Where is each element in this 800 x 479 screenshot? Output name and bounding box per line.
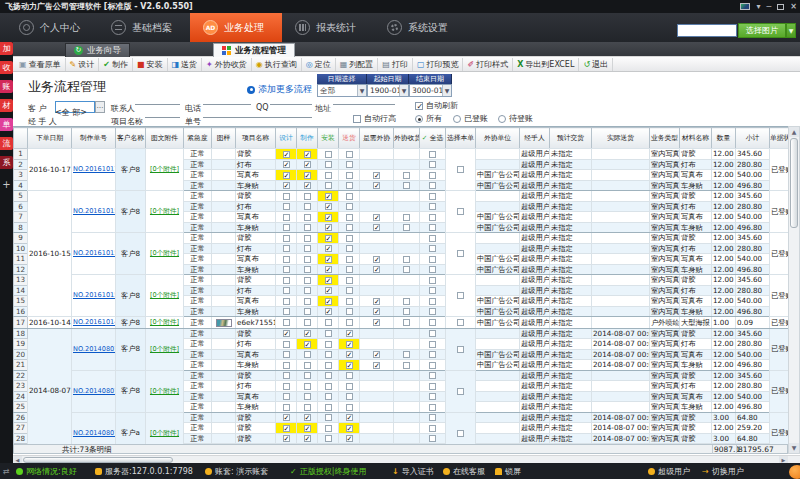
outsource-checkbox[interactable] [373,319,380,326]
online-service-link[interactable]: 在线客服 [443,463,485,479]
column-header-deliver[interactable]: 送货 [339,128,360,149]
attachment-link[interactable]: [0个附件] [150,345,179,353]
design-checkbox[interactable] [283,224,290,231]
select-row-checkbox[interactable] [429,256,436,263]
install-checkbox[interactable] [325,383,332,390]
design-checkbox[interactable] [283,351,290,358]
select-row-checkbox[interactable] [429,245,436,252]
select-row-checkbox[interactable] [429,435,436,442]
select-row-checkbox[interactable] [429,203,436,210]
make-checkbox[interactable] [304,351,311,358]
deliver-checkbox[interactable] [346,298,353,305]
design-checkbox[interactable] [283,151,290,158]
design-checkbox[interactable] [283,287,290,294]
make-checkbox[interactable] [304,298,311,305]
make-checkbox[interactable] [304,308,311,315]
install-checkbox[interactable] [325,319,332,326]
scroll-up-icon[interactable]: ▲ [789,127,799,137]
deliver-checkbox[interactable] [346,256,353,263]
address-input[interactable] [333,94,395,105]
order-number-link[interactable]: NO.201408070001 [73,429,116,437]
design-checkbox[interactable] [283,383,290,390]
print-button[interactable]: ▤打印 [378,58,413,71]
deliver-checkbox[interactable] [346,214,353,221]
make-checkbox[interactable] [304,362,311,369]
sample-thumbnail[interactable] [216,319,232,327]
sidebar-shortcut-2[interactable]: 账 [0,80,13,93]
make-checkbox[interactable] [304,193,311,200]
floating-assistant-button[interactable] [789,465,800,479]
deliver-button[interactable]: ◨送货 [168,58,203,71]
column-header-expected[interactable]: 预计交货 [550,128,592,149]
sidebar-shortcut-5[interactable]: 流 [0,137,13,150]
deliver-checkbox[interactable] [346,362,353,369]
select-row-checkbox[interactable] [429,277,436,284]
outsource-checkbox[interactable] [373,308,380,315]
make-checkbox[interactable] [304,214,311,221]
column-header-urgency[interactable]: 紧急度 [184,128,212,149]
select-row-checkbox[interactable] [429,298,436,305]
select-order-checkbox[interactable] [457,208,464,215]
attachment-link[interactable]: [0个附件] [150,429,179,437]
deliver-checkbox[interactable] [346,245,353,252]
design-checkbox[interactable] [283,341,290,348]
table-row[interactable]: 12016-10-17NO.201610170001客户8[0个附件]正常背胶超… [14,149,789,160]
make-checkbox[interactable] [304,203,311,210]
nav-tab-reports[interactable]: 报表统计 [282,13,374,42]
make-checkbox[interactable] [304,245,311,252]
install-checkbox[interactable] [325,287,332,294]
select-row-checkbox[interactable] [429,308,436,315]
deliver-checkbox[interactable] [346,193,353,200]
select-image-button[interactable]: 选择图片 [738,23,786,38]
exit-button[interactable]: ↺退出 [579,58,613,71]
make-checkbox[interactable] [304,256,311,263]
deliver-checkbox[interactable] [346,203,353,210]
install-checkbox[interactable] [325,182,332,189]
deliver-checkbox[interactable] [346,425,353,432]
attachment-link[interactable]: [0个附件] [150,318,179,326]
radio-all-icon[interactable] [415,115,423,123]
deliver-checkbox[interactable] [346,341,353,348]
deliver-checkbox[interactable] [346,414,353,421]
horizontal-scrollbar[interactable]: ◀ ▶ [13,455,800,463]
design-checkbox[interactable] [283,277,290,284]
view-original-button[interactable]: ▣查看原单 [15,58,66,71]
outsource-receive-checkbox[interactable] [403,298,410,305]
design-checkbox[interactable] [283,308,290,315]
auto-refresh-option[interactable]: 自动刷新 [415,100,458,111]
install-checkbox[interactable] [325,203,332,210]
install-checkbox[interactable] [325,277,332,284]
column-header-qty[interactable]: 数量 [712,128,736,149]
deliver-checkbox[interactable] [346,404,353,411]
select-row-checkbox[interactable] [429,172,436,179]
deliver-checkbox[interactable] [346,277,353,284]
outsource-checkbox[interactable] [373,172,380,179]
outsource-checkbox[interactable] [373,182,380,189]
install-checkbox[interactable] [325,425,332,432]
install-checkbox[interactable] [325,172,332,179]
print-style-button[interactable]: ✐打印样式 [463,58,513,71]
add-shortcut-button[interactable]: + [0,178,13,191]
lock-screen-link[interactable]: 锁屏 [495,463,521,479]
design-checkbox[interactable] [283,245,290,252]
design-checkbox[interactable] [283,214,290,221]
design-button[interactable]: ✎设计 [66,58,100,71]
vertical-scroll-thumb[interactable] [790,138,798,228]
outsource-checkbox[interactable] [373,362,380,369]
column-header-order[interactable]: 制作单号 [72,128,116,149]
attachment-link[interactable]: [0个附件] [150,165,179,173]
make-checkbox[interactable] [304,287,311,294]
skin-icon[interactable] [740,3,750,10]
select-row-checkbox[interactable] [429,319,436,326]
make-checkbox[interactable] [304,435,311,442]
design-checkbox[interactable] [283,425,290,432]
install-button[interactable]: ■安装 [133,58,168,71]
sidebar-shortcut-6[interactable]: 系 [0,156,13,169]
install-checkbox[interactable] [325,351,332,358]
nav-tab-personal[interactable]: 个人中心 [6,13,98,42]
make-checkbox[interactable] [304,319,311,326]
column-header-outsource_unit[interactable]: 外协单位 [476,128,520,149]
make-button[interactable]: ✔制作 [99,58,133,71]
deliver-checkbox[interactable] [346,151,353,158]
outsource-receive-checkbox[interactable] [403,214,410,221]
